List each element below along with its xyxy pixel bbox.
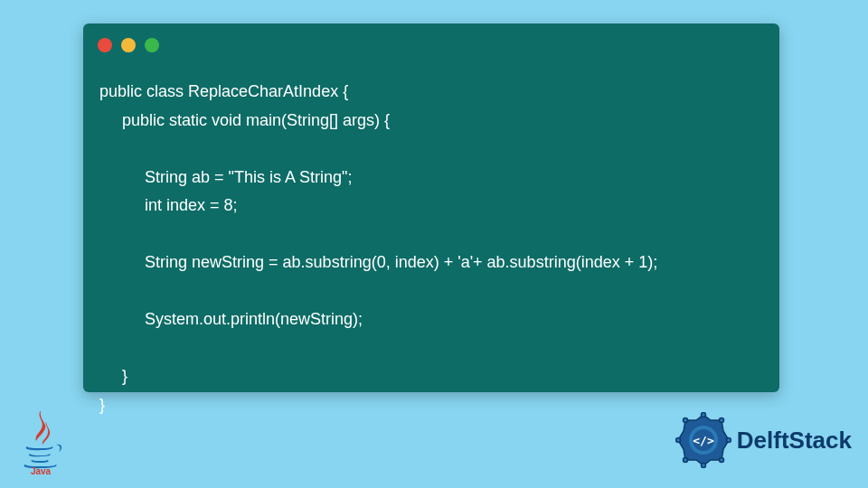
svg-point-5	[719, 418, 723, 423]
svg-point-6	[726, 438, 731, 443]
svg-point-11	[683, 418, 687, 423]
window-traffic-lights	[98, 38, 159, 52]
code-window: public class ReplaceCharAtIndex { public…	[83, 23, 779, 392]
maximize-icon	[145, 38, 159, 52]
minimize-icon	[121, 38, 136, 52]
svg-point-7	[719, 458, 723, 463]
svg-point-9	[683, 458, 687, 463]
code-content: public class ReplaceCharAtIndex { public…	[99, 78, 763, 419]
java-logo-icon: Java	[16, 408, 65, 475]
close-icon	[98, 38, 112, 52]
svg-point-4	[701, 413, 705, 418]
svg-text:</>: </>	[693, 434, 714, 447]
svg-point-8	[701, 464, 705, 468]
delftstack-name: DelftStack	[737, 427, 852, 455]
java-label: Java	[31, 466, 52, 475]
svg-point-10	[675, 438, 680, 443]
delftstack-badge-icon: </>	[675, 412, 731, 468]
delftstack-brand: </> DelftStack	[675, 412, 852, 468]
